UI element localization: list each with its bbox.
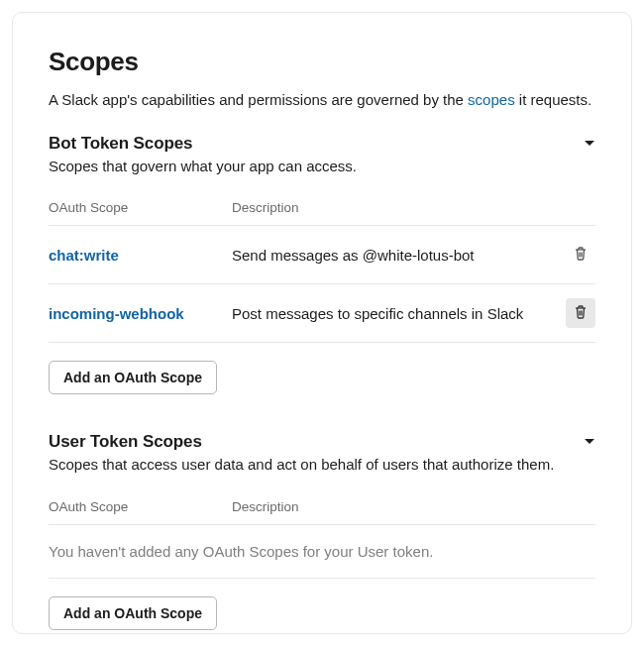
bot-scopes-title: Bot Token Scopes bbox=[49, 134, 192, 154]
user-table-header: OAuth Scope Description bbox=[49, 493, 595, 525]
chevron-down-icon bbox=[584, 438, 595, 446]
col-header-scope: OAuth Scope bbox=[49, 200, 232, 215]
chevron-down-icon bbox=[584, 140, 595, 148]
scope-link[interactable]: chat:write bbox=[49, 247, 119, 264]
add-user-scope-button[interactable]: Add an OAuth Scope bbox=[49, 596, 217, 630]
user-scopes-empty: You haven't added any OAuth Scopes for y… bbox=[49, 525, 595, 578]
table-row: incoming-webhook Post messages to specif… bbox=[49, 284, 595, 343]
page-title: Scopes bbox=[49, 47, 595, 77]
divider bbox=[49, 578, 595, 579]
delete-scope-button[interactable] bbox=[566, 240, 595, 269]
scope-description: Post messages to specific channels in Sl… bbox=[232, 305, 560, 322]
trash-icon bbox=[573, 304, 589, 323]
bot-scopes-subtitle: Scopes that govern what your app can acc… bbox=[49, 156, 595, 177]
scopes-card: Scopes A Slack app's capabilities and pe… bbox=[12, 12, 632, 634]
col-header-description: Description bbox=[232, 499, 560, 514]
intro-text: A Slack app's capabilities and permissio… bbox=[49, 89, 595, 112]
bot-table-header: OAuth Scope Description bbox=[49, 194, 595, 226]
trash-icon bbox=[573, 246, 589, 265]
scope-link[interactable]: incoming-webhook bbox=[49, 305, 184, 322]
intro-before: A Slack app's capabilities and permissio… bbox=[49, 91, 468, 108]
user-scopes-header[interactable]: User Token Scopes bbox=[49, 432, 595, 452]
intro-after: it requests. bbox=[515, 91, 592, 108]
col-header-description: Description bbox=[232, 200, 560, 215]
add-bot-scope-button[interactable]: Add an OAuth Scope bbox=[49, 361, 217, 394]
scopes-link[interactable]: scopes bbox=[468, 91, 515, 108]
bot-scopes-header[interactable]: Bot Token Scopes bbox=[49, 134, 595, 154]
user-scopes-title: User Token Scopes bbox=[49, 432, 202, 452]
col-header-scope: OAuth Scope bbox=[49, 499, 232, 514]
scope-description: Send messages as @white-lotus-bot bbox=[232, 247, 560, 264]
delete-scope-button[interactable] bbox=[566, 298, 595, 328]
user-scopes-subtitle: Scopes that access user data and act on … bbox=[49, 454, 595, 476]
table-row: chat:write Send messages as @white-lotus… bbox=[49, 226, 595, 284]
